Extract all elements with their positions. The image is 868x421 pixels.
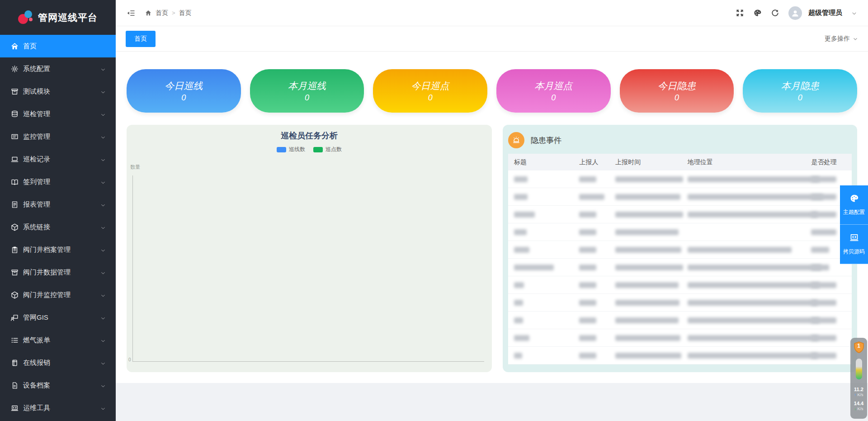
stat-card-label: 今日隐患	[658, 80, 696, 92]
column-header: 上报人	[573, 158, 609, 166]
table-row[interactable]	[508, 294, 852, 312]
breadcrumb-root[interactable]: 首页	[156, 9, 168, 17]
hazard-events-table: 标题上报人上报时间地理位置是否处理	[508, 154, 852, 364]
sidebar-item-8[interactable]: 系统链接	[0, 216, 116, 238]
user-avatar[interactable]	[788, 6, 802, 20]
sidebar-item-5[interactable]: 巡检记录	[0, 148, 116, 170]
table-row[interactable]	[508, 188, 852, 206]
sidebar: 管网巡线平台 首页系统配置测试模块巡检管理监控管理巡检记录签到管理报表管理系统链…	[0, 0, 116, 421]
table-cell-redacted	[805, 176, 852, 182]
chevron-down-icon	[100, 66, 106, 71]
app-root: 管网巡线平台 首页系统配置测试模块巡检管理监控管理巡检记录签到管理报表管理系统链…	[0, 0, 868, 421]
legend-item[interactable]: 巡点数	[313, 146, 342, 153]
table-row[interactable]	[508, 223, 852, 241]
sidebar-item-12[interactable]: 管网GIS	[0, 306, 116, 329]
sidebar-item-9[interactable]: 阀门井档案管理	[0, 238, 116, 261]
table-cell-redacted	[805, 353, 852, 359]
sidebar-collapse-icon[interactable]	[127, 9, 136, 18]
stat-card-1[interactable]: 本月巡线0	[250, 69, 364, 113]
table-cell-redacted	[609, 353, 682, 359]
stat-card-0[interactable]: 今日巡线0	[127, 69, 241, 113]
home-icon[interactable]	[145, 9, 152, 17]
archive-icon	[11, 269, 19, 276]
table-cell-redacted	[805, 265, 852, 270]
sidebar-item-14[interactable]: 在线报销	[0, 351, 116, 374]
table-cell-redacted	[682, 212, 806, 218]
table-cell-redacted	[609, 282, 682, 288]
sidebar-item-0[interactable]: 首页	[0, 35, 116, 57]
table-cell-redacted	[573, 353, 609, 359]
more-actions-label: 更多操作	[825, 35, 850, 43]
sidebar-item-label: 燃气派单	[23, 336, 100, 345]
legend-item[interactable]: 巡线数	[277, 146, 305, 153]
clipboard-icon	[11, 246, 19, 254]
sidebar-item-2[interactable]: 测试模块	[0, 80, 116, 103]
sidebar-item-7[interactable]: 报表管理	[0, 193, 116, 216]
table-cell-redacted	[573, 317, 609, 323]
sidebar-item-label: 巡检管理	[23, 110, 100, 118]
tab-home[interactable]: 首页	[126, 31, 156, 47]
tabbar: 首页 更多操作	[116, 26, 868, 52]
sidebar-item-label: 阀门井档案管理	[23, 246, 100, 254]
hazard-events-header: 隐患事件	[508, 131, 852, 149]
sidebar-item-6[interactable]: 签到管理	[0, 170, 116, 193]
database-icon	[11, 110, 19, 118]
sidebar-item-16[interactable]: 运维工具	[0, 397, 116, 419]
table-row[interactable]	[508, 259, 852, 276]
chevron-down-icon	[100, 247, 106, 252]
up-arrow-icon: ↑	[854, 393, 856, 397]
hazard-events-panel: 隐患事件 标题上报人上报时间地理位置是否处理	[503, 125, 857, 372]
panels-row: 巡检员任务分析 巡线数巡点数 数量 0	[127, 125, 857, 372]
meter-capsule-icon[interactable]	[856, 359, 862, 379]
table-row[interactable]	[508, 241, 852, 259]
chevron-down-icon	[100, 202, 106, 207]
chart-y-axis-line	[132, 175, 133, 361]
stat-card-4[interactable]: 今日隐患0	[620, 69, 734, 113]
user-name[interactable]: 超级管理员	[808, 9, 842, 17]
float-button-1[interactable]: 拷贝源码	[840, 225, 868, 264]
table-body	[508, 170, 852, 364]
table-cell-redacted	[573, 194, 609, 200]
sidebar-item-1[interactable]: 系统配置	[0, 57, 116, 80]
table-row[interactable]	[508, 206, 852, 223]
table-row[interactable]	[508, 329, 852, 347]
sidebar-item-10[interactable]: 阀门井数据管理	[0, 261, 116, 284]
table-row[interactable]	[508, 347, 852, 364]
shield-badge-icon[interactable]: 1	[854, 341, 864, 353]
sidebar-item-3[interactable]: 巡检管理	[0, 103, 116, 125]
refresh-icon[interactable]	[771, 9, 779, 17]
hazard-events-title: 隐患事件	[531, 135, 561, 146]
table-row[interactable]	[508, 170, 852, 188]
table-cell-redacted	[609, 176, 682, 182]
table-cell-redacted	[508, 176, 573, 182]
float-tools: 主题配置拷贝源码	[840, 185, 868, 264]
monitor-list-icon	[11, 133, 19, 141]
theme-palette-icon[interactable]	[753, 9, 762, 17]
table-row[interactable]	[508, 276, 852, 294]
sidebar-item-15[interactable]: 设备档案	[0, 374, 116, 397]
task-analysis-chart-panel: 巡检员任务分析 巡线数巡点数 数量 0	[127, 125, 492, 372]
table-cell-redacted	[609, 212, 682, 218]
table-cell-redacted	[682, 247, 806, 253]
fullscreen-icon[interactable]	[736, 9, 744, 17]
sidebar-item-11[interactable]: 阀门井监控管理	[0, 284, 116, 306]
stat-card-3[interactable]: 本月巡点0	[496, 69, 611, 113]
float-button-0[interactable]: 主题配置	[840, 185, 868, 225]
sidebar-item-label: 管网GIS	[23, 313, 100, 322]
sidebar-item-label: 签到管理	[23, 178, 100, 186]
table-row[interactable]	[508, 312, 852, 329]
app-logo: 管网巡线平台	[0, 0, 116, 35]
chevron-down-icon	[100, 337, 106, 343]
sidebar-item-13[interactable]: 燃气派单	[0, 329, 116, 351]
table-cell-redacted	[508, 317, 573, 323]
stat-card-2[interactable]: 今日巡点0	[373, 69, 487, 113]
chevron-down-icon	[100, 224, 106, 230]
stat-card-label: 今日巡线	[165, 80, 203, 92]
chevron-down-icon	[100, 179, 106, 184]
download-value: 14.4	[854, 401, 863, 407]
more-actions-dropdown[interactable]: 更多操作	[825, 35, 858, 43]
user-menu-chevron-icon[interactable]	[851, 10, 857, 16]
stat-cards-row: 今日巡线0本月巡线0今日巡点0本月巡点0今日隐患0本月隐患0	[127, 69, 857, 113]
stat-card-5[interactable]: 本月隐患0	[743, 69, 857, 113]
sidebar-item-4[interactable]: 监控管理	[0, 125, 116, 148]
